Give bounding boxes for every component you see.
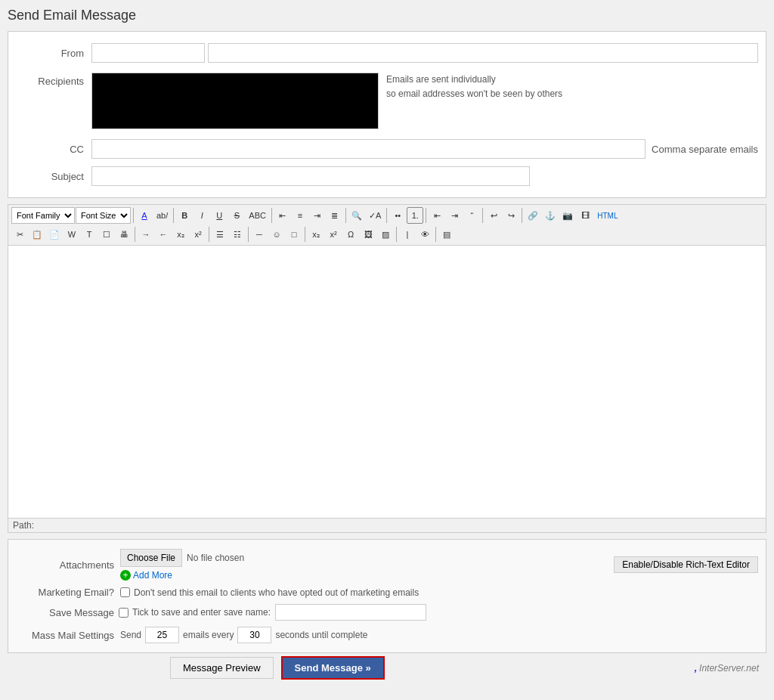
from-inputs	[91, 43, 758, 63]
maximize-btn[interactable]: ▤	[438, 226, 455, 243]
marketing-checkbox[interactable]	[120, 587, 130, 597]
save-checkbox-label[interactable]: Tick to save and enter save name:	[119, 607, 271, 618]
search-replace-btn[interactable]: 🔍	[348, 207, 365, 224]
paste-plain-btn[interactable]: T	[81, 226, 98, 243]
form-container: From Recipients Emails are sent individu…	[8, 31, 766, 198]
outdent-btn[interactable]: ⇤	[429, 207, 445, 224]
table-edit-btn[interactable]: ☷	[229, 226, 246, 243]
recipients-box[interactable]	[91, 73, 379, 129]
cut-btn[interactable]: ✂	[11, 226, 28, 243]
recipients-area: Emails are sent individually so email ad…	[91, 73, 758, 129]
no-file-text: No file chosen	[187, 553, 244, 563]
italic-btn[interactable]: I	[194, 207, 210, 224]
sup2-btn[interactable]: x²	[325, 226, 342, 243]
link-btn[interactable]: 🔗	[525, 207, 541, 224]
cc-hint: Comma separate emails	[652, 144, 758, 155]
smiley-btn[interactable]: ☺	[268, 226, 285, 243]
source-btn[interactable]: |	[399, 226, 416, 243]
recipients-row: Recipients Emails are sent individually …	[8, 67, 766, 135]
from-input-1[interactable]	[91, 43, 205, 63]
ordered-list-btn[interactable]: 1.	[407, 207, 423, 224]
mass-mail-label: Mass Mail Settings	[16, 630, 114, 641]
editor-container: Font Family Font Size A ab/ B I U S ABC …	[8, 204, 766, 533]
mass-send-input[interactable]: 25	[145, 627, 179, 643]
mass-mail-row: Mass Mail Settings Send 25 emails every …	[16, 624, 758, 646]
sep-14	[435, 227, 436, 242]
choose-file-button[interactable]: Choose File	[120, 549, 182, 567]
mass-mail-inputs: Send 25 emails every 30 seconds until co…	[120, 627, 367, 643]
layer-btn[interactable]: ▨	[377, 226, 394, 243]
paste-btn[interactable]: 📄	[46, 226, 63, 243]
sep-4	[345, 208, 346, 223]
recipients-hint: Emails are sent individually so email ad…	[386, 73, 562, 101]
anchor-btn[interactable]: ⚓	[542, 207, 559, 224]
message-preview-button[interactable]: Message Preview	[170, 657, 274, 679]
underline-btn[interactable]: U	[211, 207, 228, 224]
save-name-input[interactable]	[275, 604, 426, 621]
spellcheck-btn[interactable]: ✓A	[366, 207, 384, 224]
preview-btn-tb[interactable]: 👁	[416, 226, 433, 243]
mass-every-input[interactable]: 30	[237, 627, 271, 643]
highlight-btn[interactable]: ab/	[153, 207, 171, 224]
sep-8	[522, 208, 522, 223]
cc-input[interactable]	[91, 139, 646, 159]
subject-row: Subject	[8, 163, 766, 190]
cc-label: CC	[16, 144, 91, 155]
marketing-checkbox-label[interactable]: Don't send this email to clients who hav…	[120, 587, 419, 598]
dir-rtl-btn[interactable]: ←	[155, 226, 172, 243]
sep-10	[209, 227, 209, 242]
bold-btn[interactable]: B	[176, 207, 193, 224]
footer: Message Preview Send Message » , InterSe…	[8, 653, 766, 683]
dir-ltr-btn[interactable]: →	[138, 226, 154, 243]
marketing-row: Marketing Email? Don't send this email t…	[16, 584, 758, 601]
omega-btn[interactable]: Ω	[342, 226, 359, 243]
add-more-link[interactable]: + Add More	[120, 570, 244, 581]
sep-13	[396, 227, 397, 242]
insert-image-btn[interactable]: 🖼	[360, 226, 376, 243]
save-message-checkbox[interactable]	[119, 608, 128, 618]
html-btn[interactable]: HTML	[594, 207, 621, 224]
print-btn[interactable]: 🖶	[116, 226, 132, 243]
align-left-btn[interactable]: ⇤	[274, 207, 291, 224]
align-justify-btn[interactable]: ≣	[327, 207, 343, 224]
abc-btn[interactable]: ABC	[246, 207, 269, 224]
copy-btn[interactable]: 📋	[29, 226, 45, 243]
select-all-btn[interactable]: ☐	[98, 226, 115, 243]
indent-btn[interactable]: ⇥	[446, 207, 463, 224]
sub-btn[interactable]: x₂	[172, 226, 189, 243]
sup-btn[interactable]: x²	[190, 226, 206, 243]
undo-btn[interactable]: ↩	[485, 207, 502, 224]
blockquote-btn[interactable]: “	[463, 207, 480, 224]
enable-rte-button[interactable]: Enable/Disable Rich-Text Editor	[614, 556, 758, 573]
strikethrough-btn[interactable]: S	[228, 207, 245, 224]
redo-btn[interactable]: ↪	[503, 207, 519, 224]
save-message-label: Save Message	[16, 607, 114, 618]
unordered-list-btn[interactable]: ••	[389, 207, 406, 224]
hr-btn[interactable]: ─	[251, 226, 268, 243]
editor-body[interactable]	[8, 246, 766, 518]
send-message-button[interactable]: Send Message »	[281, 656, 385, 680]
font-size-select[interactable]: Font Size	[76, 207, 131, 224]
bottom-section: Attachments Choose File No file chosen +…	[8, 539, 766, 653]
editor-path: Path:	[8, 518, 766, 532]
sep-9	[135, 227, 135, 242]
subject-input[interactable]	[91, 166, 530, 186]
sep-2	[173, 208, 174, 223]
from-input-2[interactable]	[208, 43, 758, 63]
recipients-label: Recipients	[16, 73, 91, 87]
char-map-btn[interactable]: □	[286, 226, 302, 243]
font-color-btn[interactable]: A	[136, 207, 153, 224]
sep-5	[386, 208, 387, 223]
paste-word-btn[interactable]: W	[63, 226, 80, 243]
from-row: From	[8, 39, 766, 67]
footer-center: Message Preview Send Message »	[170, 656, 385, 680]
align-center-btn[interactable]: ≡	[292, 207, 308, 224]
media-btn[interactable]: 🎞	[577, 207, 593, 224]
sub2-btn[interactable]: x₂	[308, 226, 324, 243]
subject-label: Subject	[16, 171, 91, 182]
table-btn[interactable]: ☰	[212, 226, 228, 243]
image-btn[interactable]: 📷	[559, 207, 576, 224]
sep-1	[133, 208, 134, 223]
align-right-btn[interactable]: ⇥	[309, 207, 326, 224]
font-family-select[interactable]: Font Family	[11, 207, 75, 224]
